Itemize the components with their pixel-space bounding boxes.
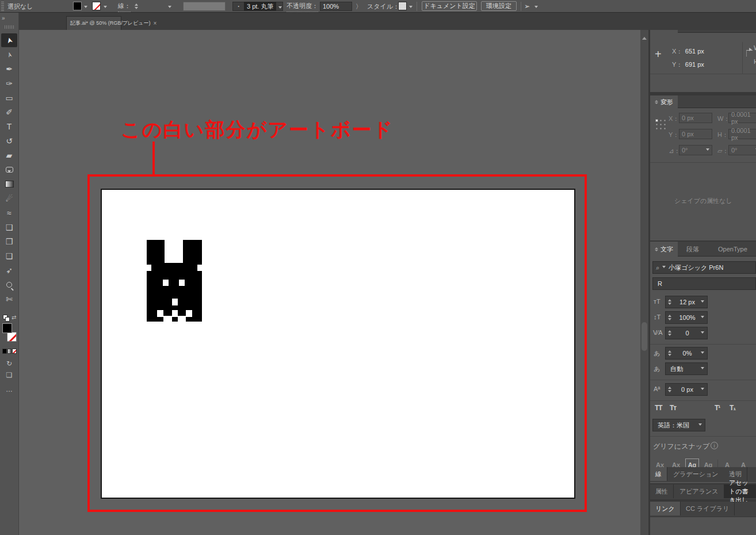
case-button-2[interactable]: T¹ [715,404,720,412]
opacity-field[interactable]: 100% [320,2,352,11]
artboard[interactable] [101,189,575,499]
stroke-color-swatch[interactable] [92,2,101,10]
case-button-3[interactable]: T₁ [730,404,735,412]
type-tool[interactable]: T [1,120,17,133]
tab-opentype[interactable]: OpenType [713,242,752,257]
gradient-tool[interactable] [1,177,17,191]
tab-transform[interactable]: 変形 [650,95,678,108]
baseline-shift-field[interactable]: 0 px [665,383,708,396]
toolbar-collapse-icon[interactable]: » [2,15,5,21]
stroke-dropdown-icon[interactable] [104,6,107,10]
tab-paragraph[interactable]: 段落 [682,242,704,257]
zoom-tool[interactable] [1,278,17,292]
color-mode-icon[interactable] [2,349,7,354]
panel-collapse-icon[interactable] [655,98,658,106]
none-mode-icon[interactable] [12,349,17,354]
canvas-pasteboard[interactable]: この白い部分がアートボード [20,30,640,535]
opacity-expand-icon[interactable]: 〉 [356,0,362,13]
font-search-field[interactable]: ⌕ 小塚ゴシック Pr6N [652,261,756,274]
artboard-tool[interactable]: ❑ [1,220,17,234]
default-fill-stroke-icon[interactable] [3,315,10,322]
case-button-0[interactable]: TT [655,404,662,412]
direct-selection-tool[interactable]: ➢ [1,48,17,62]
fill-swatch[interactable] [2,323,12,333]
pin-tool[interactable]: ➶ [1,263,17,277]
opacity-label[interactable]: 不透明度： [287,0,318,12]
pen-tool[interactable]: ✒ [1,62,17,76]
draw-modes-icon[interactable]: ❏ [1,369,17,381]
paintbrush-tool[interactable]: ✐ [1,105,17,119]
font-size-dropdown-icon[interactable] [701,300,704,304]
info-icon[interactable]: i [711,442,718,449]
pointer-options-dropdown-icon[interactable] [534,6,538,10]
width-tool[interactable]: ≈ [1,206,17,220]
annotation-text: この白い部分がアートボード [121,117,394,143]
eyedropper-tool[interactable]: ☄ [1,192,17,205]
stroke-swatch[interactable] [7,332,17,342]
curvature-tool[interactable]: ✑ [1,77,17,90]
tab-グラデーション[interactable]: グラデーション [668,467,724,481]
tab-アピアランス[interactable]: アピアランス [674,484,724,498]
panel-grip[interactable] [1,2,4,11]
leading-dropdown-icon[interactable] [701,316,704,320]
info-y-value: 691 px [685,61,704,68]
tab-リンク[interactable]: リンク [650,502,681,515]
tab-character[interactable]: 文字 [650,242,678,257]
baseline-dropdown-icon[interactable] [701,388,704,392]
language-dropdown[interactable]: 英語：米国 [652,419,705,431]
tab-線[interactable]: 線 [650,467,667,481]
tab-close-icon[interactable]: × [151,20,160,26]
panel-collapse-icon[interactable] [655,246,658,253]
rabbit-pixel-art[interactable] [147,240,202,322]
more-tools-icon[interactable]: … [1,384,17,395]
tab-アセットの書き出し[interactable]: アセットの書き出し [724,484,756,498]
brush-dropdown[interactable]: ・ 3 pt. 丸筆 [232,2,283,11]
eraser-tool[interactable]: ▰ [1,148,17,162]
shaper-tool[interactable] [1,163,17,177]
fill-dropdown-icon[interactable] [84,6,87,10]
font-style-field[interactable]: R [652,277,756,290]
stroke-weight-dropdown-icon[interactable] [168,6,171,10]
toolbar-grip[interactable] [5,25,14,29]
swap-fill-stroke-icon[interactable]: ⇄ [12,314,16,320]
rectangle-tool[interactable]: ▭ [1,91,17,105]
color-mode-bar[interactable] [2,349,17,354]
selection-tool[interactable]: ➤ [1,33,17,47]
tab-CC ライブラリ[interactable]: CC ライブラリ [681,502,735,515]
font-size-field[interactable]: 12 px [665,296,708,308]
fill-color-swatch[interactable] [73,2,82,10]
kerning-field[interactable]: 0 [665,327,708,339]
tsume-field[interactable]: 0% [665,347,708,360]
font-size-stepper[interactable] [668,297,671,307]
rotate-view-tool[interactable]: ↻ [1,358,17,369]
document-setup-button[interactable]: ドキュメント設定 [422,1,477,11]
style-swatch[interactable] [398,2,407,10]
knife-tool[interactable]: ✄ [1,292,17,306]
scrollbar-thumb[interactable] [642,322,647,351]
vertical-scrollbar[interactable] [640,30,648,535]
snap-to-glyph-label: グリフにスナップ [653,442,709,452]
baseline-stepper[interactable] [668,385,671,394]
preferences-button[interactable]: 環境設定 [481,1,517,11]
aki-dropdown-icon[interactable] [701,367,704,371]
slice-tool[interactable]: ❏ [1,249,17,263]
pointer-options-icon[interactable]: ➢ [524,0,530,13]
reference-point-icon[interactable] [656,120,658,121]
leading-stepper[interactable] [668,313,671,322]
aki-field[interactable]: 自動 [665,362,708,375]
tab-属性[interactable]: 属性 [650,484,674,498]
rotate-tool[interactable]: ↺ [1,134,17,148]
tsume-stepper[interactable] [668,349,671,358]
kerning-stepper[interactable] [668,328,671,338]
shape-builder-tool[interactable]: ❒ [1,235,17,249]
case-button-1[interactable]: Tᴛ [670,404,676,412]
stroke-weight-stepper[interactable] [133,2,139,10]
leading-field[interactable]: 100% [665,311,708,324]
tsume-dropdown-icon[interactable] [701,351,704,356]
kerning-dropdown-icon[interactable] [701,331,704,335]
document-tab[interactable]: 記事.ai* @ 50% (RGB/プレビュー) × [66,16,121,30]
stroke-weight-label[interactable]: 線： [118,0,131,12]
gradient-mode-icon[interactable] [7,349,12,354]
style-dropdown-icon[interactable] [409,6,413,10]
scroll-up-icon[interactable] [642,35,647,40]
